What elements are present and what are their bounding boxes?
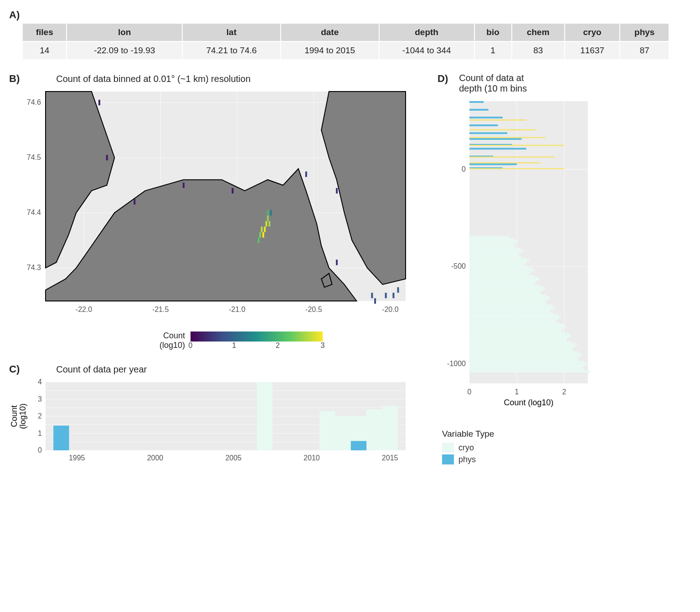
svg-rect-124	[469, 296, 550, 298]
svg-rect-65	[319, 411, 335, 450]
svg-rect-22	[183, 183, 185, 188]
map-plot: -22.0-21.5-21.0-20.5-20.074.374.474.574.…	[9, 87, 419, 324]
svg-rect-109	[469, 326, 566, 327]
svg-text:1995: 1995	[69, 454, 85, 462]
svg-rect-132	[469, 281, 536, 283]
td-phys: 87	[620, 41, 669, 60]
svg-rect-144	[469, 258, 527, 260]
summary-table: files lon lat date depth bio chem cryo p…	[22, 23, 669, 60]
svg-rect-167	[469, 168, 564, 169]
svg-rect-129	[469, 287, 545, 289]
svg-rect-93	[469, 357, 577, 359]
svg-rect-134	[469, 277, 539, 279]
th-cryo: cryo	[565, 23, 620, 41]
svg-rect-98	[469, 347, 572, 349]
td-files: 14	[22, 41, 67, 60]
svg-rect-36	[262, 232, 264, 238]
th-bio: bio	[474, 23, 512, 41]
svg-text:74.5: 74.5	[27, 153, 41, 161]
svg-rect-89	[469, 365, 585, 367]
panel-a-label: A)	[9, 9, 691, 21]
svg-rect-100	[469, 343, 576, 345]
svg-text:-22.0: -22.0	[76, 306, 93, 313]
svg-rect-41	[270, 210, 272, 215]
th-files: files	[22, 23, 67, 41]
svg-rect-96	[469, 351, 578, 353]
svg-rect-148	[469, 250, 524, 252]
svg-rect-154	[469, 238, 515, 240]
svg-rect-23	[232, 188, 233, 194]
svg-text:74.6: 74.6	[27, 98, 41, 106]
svg-rect-113	[469, 318, 558, 320]
th-chem: chem	[512, 23, 565, 41]
svg-rect-38	[261, 227, 262, 232]
svg-rect-94	[469, 355, 581, 357]
svg-rect-92	[469, 359, 578, 361]
svg-rect-130	[469, 285, 540, 287]
svg-rect-35	[264, 227, 266, 232]
svg-rect-172	[469, 129, 536, 130]
th-date: date	[281, 23, 379, 41]
svg-text:1: 1	[515, 388, 519, 396]
svg-rect-24	[305, 172, 307, 177]
svg-text:-20.0: -20.0	[382, 306, 399, 313]
svg-text:74.4: 74.4	[27, 209, 41, 216]
svg-rect-70	[53, 426, 69, 450]
swatch-phys	[442, 454, 454, 464]
svg-rect-140	[469, 265, 527, 267]
svg-rect-155	[469, 236, 509, 238]
svg-rect-126	[469, 293, 541, 295]
svg-text:2000: 2000	[147, 454, 164, 462]
svg-rect-159	[469, 148, 526, 150]
svg-rect-151	[469, 244, 514, 246]
svg-text:2010: 2010	[304, 454, 320, 462]
svg-rect-69	[382, 406, 397, 451]
svg-rect-135	[469, 275, 534, 277]
chart-b-title: Count of data binned at 0.01° (~1 km) re…	[56, 74, 251, 84]
svg-rect-40	[258, 238, 260, 243]
svg-text:0: 0	[462, 165, 466, 173]
svg-text:-1000: -1000	[447, 360, 466, 367]
th-depth: depth	[379, 23, 474, 41]
chart-c-title: Count of data per year	[56, 364, 147, 375]
var-legend-title: Variable Type	[442, 429, 611, 439]
svg-rect-30	[392, 293, 394, 298]
svg-text:0: 0	[38, 446, 42, 454]
svg-rect-143	[469, 260, 529, 261]
svg-rect-146	[469, 254, 519, 255]
svg-rect-121	[469, 302, 547, 304]
legend-tick-3: 3	[321, 342, 325, 350]
svg-text:74.3: 74.3	[27, 264, 41, 271]
svg-rect-125	[469, 295, 546, 296]
svg-rect-149	[469, 248, 520, 250]
svg-rect-95	[469, 353, 582, 355]
svg-rect-104	[469, 336, 571, 337]
svg-rect-128	[469, 289, 544, 291]
svg-rect-161	[469, 138, 521, 140]
svg-rect-115	[469, 314, 558, 316]
svg-text:-21.5: -21.5	[152, 306, 169, 313]
viridis-gradient	[190, 332, 323, 342]
svg-rect-165	[469, 109, 489, 111]
svg-rect-101	[469, 342, 571, 343]
svg-rect-66	[335, 416, 350, 450]
svg-rect-136	[469, 273, 530, 275]
svg-rect-91	[469, 361, 584, 362]
svg-rect-123	[469, 299, 549, 301]
svg-rect-107	[469, 330, 561, 332]
svg-rect-145	[469, 256, 521, 258]
svg-rect-137	[469, 271, 531, 273]
svg-rect-87	[469, 369, 584, 371]
svg-rect-170	[469, 145, 564, 146]
var-item-phys: phys	[458, 455, 476, 464]
svg-rect-64	[257, 382, 273, 450]
svg-rect-39	[259, 232, 261, 238]
svg-rect-111	[469, 322, 559, 324]
svg-rect-31	[397, 287, 399, 293]
svg-rect-142	[469, 261, 526, 263]
svg-rect-120	[469, 304, 552, 306]
td-depth: -1044 to 344	[379, 41, 474, 60]
svg-rect-29	[385, 293, 387, 298]
panel-c-label: C)	[9, 363, 20, 375]
svg-rect-117	[469, 310, 551, 312]
